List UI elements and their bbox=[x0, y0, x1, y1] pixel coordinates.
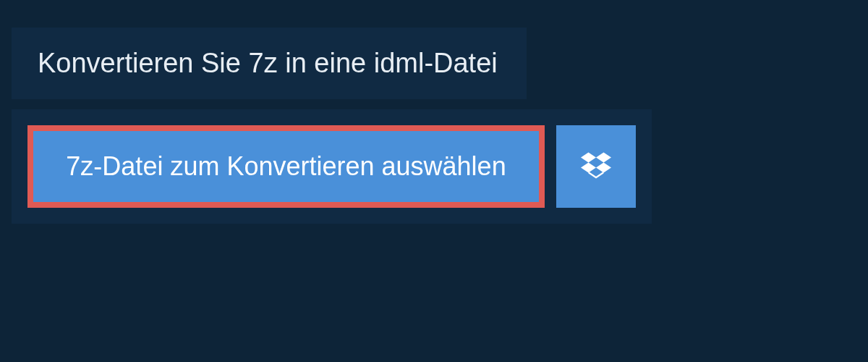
header-bar: Konvertieren Sie 7z in eine idml-Datei bbox=[12, 28, 527, 99]
dropbox-icon bbox=[581, 150, 611, 183]
select-file-button[interactable]: 7z-Datei zum Konvertieren auswählen bbox=[27, 125, 545, 208]
page-title: Konvertieren Sie 7z in eine idml-Datei bbox=[38, 48, 498, 79]
dropbox-button[interactable] bbox=[556, 125, 636, 208]
select-file-label: 7z-Datei zum Konvertieren auswählen bbox=[66, 151, 506, 182]
upload-panel: 7z-Datei zum Konvertieren auswählen bbox=[12, 109, 652, 224]
